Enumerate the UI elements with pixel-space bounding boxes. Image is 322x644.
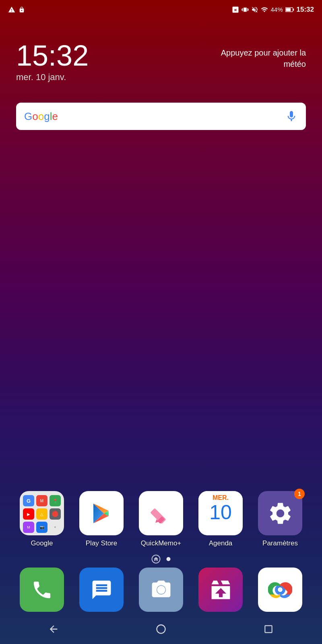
agenda-day: 10 (209, 502, 232, 522)
google-folder-icon: G M 📍 ▶ △ M 📷 + (20, 491, 64, 535)
playstore-icon (79, 491, 124, 535)
app-playstore-label: Play Store (86, 539, 117, 547)
signal-icon (261, 6, 268, 13)
status-left-icons (8, 6, 25, 13)
folder-youtube-icon: ▶ (23, 508, 34, 520)
folder-more-icon: + (50, 522, 61, 533)
status-right-icons: 44% 15:32 (232, 6, 314, 14)
time-display: 15:32 mer. 10 janv. (16, 41, 89, 83)
recent-button[interactable] (258, 619, 279, 639)
mute-icon (251, 6, 258, 13)
dock-chrome[interactable] (258, 568, 302, 612)
app-google[interactable]: G M 📍 ▶ △ M 📷 + Google (20, 491, 64, 547)
dock-camera[interactable] (139, 568, 183, 612)
bottom-dock (0, 568, 322, 612)
clock-section: 15:32 mer. 10 janv. Appuyez pour ajouter… (0, 17, 322, 91)
svg-rect-1 (293, 8, 294, 10)
folder-camera-icon: 📷 (36, 522, 47, 533)
app-settings[interactable]: 1 Paramètres (258, 491, 302, 547)
svg-point-6 (157, 586, 165, 594)
svg-point-11 (157, 625, 165, 633)
agenda-icon-bg: MER. 10 (198, 491, 243, 535)
app-agenda-label: Agenda (209, 539, 233, 547)
nav-dots (152, 555, 171, 564)
nfc-icon (232, 6, 239, 13)
vibrate-icon (242, 6, 249, 13)
lock-icon (19, 6, 25, 13)
app-quickmemo[interactable]: QuickMemo+ (139, 491, 183, 547)
folder-maps-icon: 📍 (50, 495, 61, 506)
google-logo: Google (24, 110, 58, 123)
svg-point-10 (278, 587, 283, 592)
back-button[interactable] (43, 619, 64, 639)
google-search-bar[interactable]: Google (16, 103, 306, 130)
battery-percent: 44% (270, 6, 283, 13)
folder-meet-icon: M (23, 522, 34, 533)
quickmemo-icon-bg (139, 491, 183, 535)
warning-icon (8, 6, 15, 13)
clock-time: 15:32 (16, 41, 89, 70)
dock-phone[interactable] (20, 568, 64, 612)
app-settings-label: Paramètres (262, 539, 298, 547)
home-button[interactable] (151, 619, 171, 639)
settings-badge: 1 (294, 489, 305, 499)
system-nav-bar (0, 614, 322, 644)
svg-rect-2 (286, 8, 291, 11)
svg-rect-12 (265, 625, 272, 632)
folder-gmail-icon: M (36, 495, 47, 506)
app-playstore[interactable]: Play Store (79, 491, 124, 547)
weather-prompt[interactable]: Appuyez pour ajouter la météo (205, 41, 306, 70)
status-time: 15:32 (297, 6, 314, 14)
battery-icon (285, 7, 294, 12)
page-dot-active[interactable] (167, 557, 171, 561)
folder-drive-icon: △ (36, 508, 47, 520)
dock-gallery[interactable] (198, 568, 243, 612)
folder-g-icon: G (23, 495, 34, 506)
agenda-month: MER. (198, 491, 243, 502)
folder-photos-icon (50, 508, 61, 520)
app-row: G M 📍 ▶ △ M 📷 + Google (0, 491, 322, 547)
app-agenda[interactable]: MER. 10 Agenda (198, 491, 243, 547)
clock-date: mer. 10 janv. (16, 72, 89, 83)
app-google-label: Google (31, 539, 53, 547)
dock-messages[interactable] (79, 568, 124, 612)
mic-icon[interactable] (285, 110, 298, 123)
settings-icon-bg: 1 (258, 491, 302, 535)
app-quickmemo-label: QuickMemo+ (141, 539, 182, 547)
status-bar: 44% 15:32 (0, 0, 322, 17)
home-dot[interactable] (152, 555, 161, 564)
